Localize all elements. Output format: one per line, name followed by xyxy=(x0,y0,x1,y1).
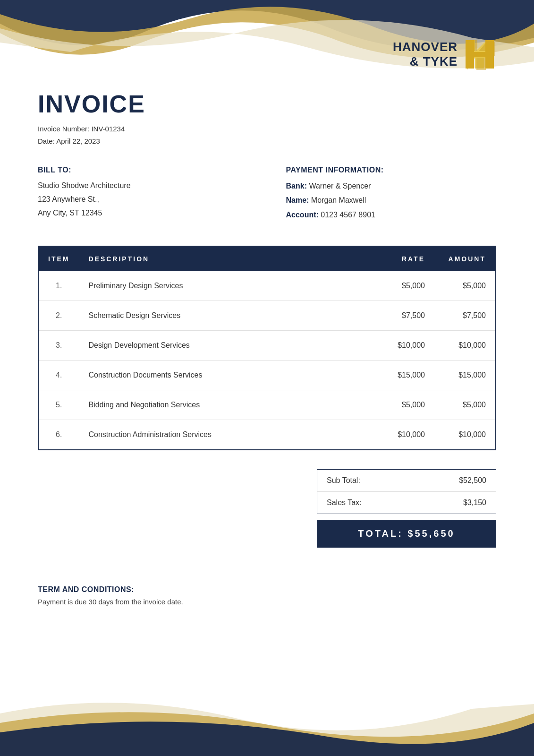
table-row: 5. Bidding and Negotiation Services $5,0… xyxy=(38,390,496,420)
row-item-6: 6. xyxy=(38,420,79,450)
subtotal-row: Sub Total: $52,500 xyxy=(317,470,496,492)
invoice-date-line: Date: April 22, 2023 xyxy=(38,135,496,147)
row-description-6: Construction Administration Services xyxy=(79,420,373,450)
row-amount-6: $10,000 xyxy=(434,420,496,450)
row-rate-4: $15,000 xyxy=(373,361,434,390)
bill-to-address: Studio Shodwe Architecture 123 Anywhere … xyxy=(38,179,248,220)
payment-info-label: PAYMENT INFORMATION: xyxy=(286,166,497,174)
row-rate-2: $7,500 xyxy=(373,301,434,331)
tax-row: Sales Tax: $3,150 xyxy=(317,492,496,514)
payment-bank-row: Bank: Warner & Spencer xyxy=(286,179,497,193)
bank-label: Bank: xyxy=(286,182,307,190)
totals-wrapper: Sub Total: $52,500 Sales Tax: $3,150 TOT… xyxy=(317,469,496,548)
svg-rect-7 xyxy=(466,52,494,57)
payment-account-row: Account: 0123 4567 8901 xyxy=(286,208,497,222)
table-row: 2. Schematic Design Services $7,500 $7,5… xyxy=(38,301,496,331)
logo-container: HANOVER & TYKE xyxy=(393,38,496,71)
table-header: ITEM DESCRIPTION RATE AMOUNT xyxy=(38,246,496,271)
row-description-2: Schematic Design Services xyxy=(79,301,373,331)
terms-title: TERM AND CONDITIONS: xyxy=(38,585,496,594)
payment-name-row: Name: Morgan Maxwell xyxy=(286,193,497,207)
invoice-number-value: INV-01234 xyxy=(91,125,125,133)
invoice-date-label: Date: xyxy=(38,137,55,145)
totals-section: Sub Total: $52,500 Sales Tax: $3,150 TOT… xyxy=(38,469,496,548)
table-body: 1. Preliminary Design Services $5,000 $5… xyxy=(38,271,496,450)
col-header-rate: RATE xyxy=(373,246,434,271)
tax-label: Sales Tax: xyxy=(317,492,413,514)
invoice-date-value: April 22, 2023 xyxy=(56,137,100,145)
col-header-item: ITEM xyxy=(38,246,79,271)
total-banner: TOTAL: $55,650 xyxy=(317,520,496,548)
bank-value: Warner & Spencer xyxy=(309,182,371,190)
company-name: HANOVER & TYKE xyxy=(393,40,458,69)
table-row: 1. Preliminary Design Services $5,000 $5… xyxy=(38,271,496,301)
invoice-title: INVOICE xyxy=(38,90,496,118)
row-amount-4: $15,000 xyxy=(434,361,496,390)
row-item-5: 5. xyxy=(38,390,79,420)
row-rate-6: $10,000 xyxy=(373,420,434,450)
total-banner-text: TOTAL: $55,650 xyxy=(358,528,455,539)
bill-to-address2: Any City, ST 12345 xyxy=(38,206,248,220)
row-description-4: Construction Documents Services xyxy=(79,361,373,390)
tax-value: $3,150 xyxy=(413,492,496,514)
bill-to-company: Studio Shodwe Architecture xyxy=(38,179,248,193)
row-amount-2: $7,500 xyxy=(434,301,496,331)
row-rate-3: $10,000 xyxy=(373,331,434,361)
invoice-table: ITEM DESCRIPTION RATE AMOUNT 1. Prelimin… xyxy=(38,246,496,450)
bill-to-address1: 123 Anywhere St., xyxy=(38,193,248,206)
row-item-1: 1. xyxy=(38,271,79,301)
row-item-4: 4. xyxy=(38,361,79,390)
row-item-2: 2. xyxy=(38,301,79,331)
row-rate-5: $5,000 xyxy=(373,390,434,420)
row-amount-5: $5,000 xyxy=(434,390,496,420)
subtotal-label: Sub Total: xyxy=(317,470,413,492)
subtotal-value: $52,500 xyxy=(413,470,496,492)
account-value: 0123 4567 8901 xyxy=(321,211,375,219)
row-description-5: Bidding and Negotiation Services xyxy=(79,390,373,420)
name-label: Name: xyxy=(286,196,309,204)
invoice-meta: Invoice Number: INV-01234 Date: April 22… xyxy=(38,123,496,147)
invoice-number-line: Invoice Number: INV-01234 xyxy=(38,123,496,135)
table-row: 3. Design Development Services $10,000 $… xyxy=(38,331,496,361)
terms-text: Payment is due 30 days from the invoice … xyxy=(38,598,496,606)
invoice-number-label: Invoice Number: xyxy=(38,125,89,133)
col-header-description: DESCRIPTION xyxy=(79,246,373,271)
row-amount-1: $5,000 xyxy=(434,271,496,301)
invoice-title-section: INVOICE Invoice Number: INV-01234 Date: … xyxy=(38,90,496,147)
row-item-3: 3. xyxy=(38,331,79,361)
row-description-1: Preliminary Design Services xyxy=(79,271,373,301)
company-logo-icon xyxy=(463,38,496,71)
header: HANOVER & TYKE xyxy=(38,38,496,71)
totals-subtable: Sub Total: $52,500 Sales Tax: $3,150 xyxy=(317,469,496,514)
billing-payment-section: BILL TO: Studio Shodwe Architecture 123 … xyxy=(38,166,496,222)
row-description-3: Design Development Services xyxy=(79,331,373,361)
row-rate-1: $5,000 xyxy=(373,271,434,301)
name-value: Morgan Maxwell xyxy=(311,196,366,204)
row-amount-3: $10,000 xyxy=(434,331,496,361)
payment-info-section: PAYMENT INFORMATION: Bank: Warner & Spen… xyxy=(286,166,497,222)
table-row: 6. Construction Administration Services … xyxy=(38,420,496,450)
table-row: 4. Construction Documents Services $15,0… xyxy=(38,361,496,390)
bill-to-section: BILL TO: Studio Shodwe Architecture 123 … xyxy=(38,166,248,222)
account-label: Account: xyxy=(286,211,319,219)
bill-to-label: BILL TO: xyxy=(38,166,248,174)
col-header-amount: AMOUNT xyxy=(434,246,496,271)
terms-section: TERM AND CONDITIONS: Payment is due 30 d… xyxy=(38,585,496,606)
